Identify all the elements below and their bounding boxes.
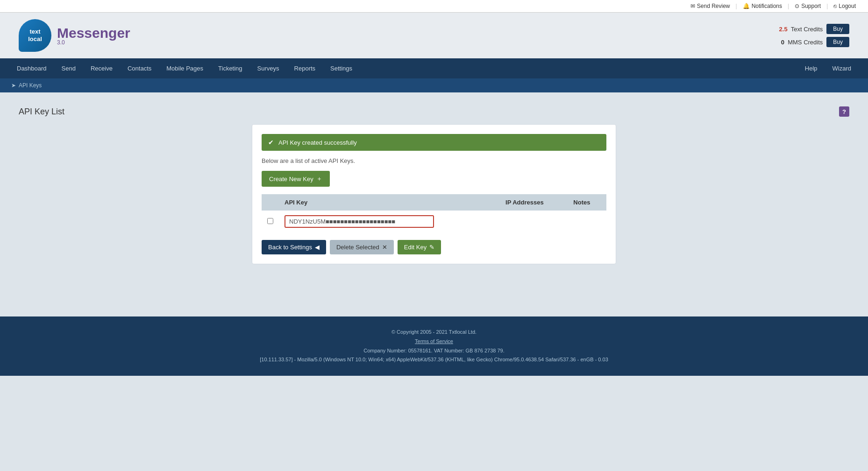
nav-item-surveys[interactable]: Surveys (250, 58, 287, 78)
app-title-area: Messenger 3.0 (57, 25, 130, 46)
table-col-api-key: API Key (279, 194, 500, 211)
breadcrumb-bar: ➤ API Keys (0, 78, 868, 92)
main-content: API Key List ? ✔ API Key created success… (0, 92, 868, 279)
page-title-row: API Key List ? (19, 106, 849, 117)
row-checkbox-cell (262, 211, 279, 232)
bell-icon: 🔔 (743, 3, 750, 9)
table-col-ip-addresses: IP Addresses (500, 194, 568, 211)
notifications-link[interactable]: 🔔 Notifications (738, 3, 787, 9)
table-row (262, 211, 606, 232)
breadcrumb: API Keys (19, 82, 42, 89)
footer: © Copyright 2005 - 2021 Txtlocal Ltd. Te… (0, 316, 868, 376)
breadcrumb-arrow-icon: ➤ (11, 82, 16, 89)
active-keys-subtext: Below are a list of active API Keys. (262, 157, 606, 164)
separator-2: | (788, 3, 789, 9)
edit-key-button[interactable]: Edit Key ✎ (398, 240, 441, 254)
logout-icon: ⎋ (833, 3, 837, 9)
delete-label: Delete Selected (336, 244, 379, 251)
top-bar: ✉ Send Review | 🔔 Notifications | ⊙ Supp… (0, 0, 868, 13)
terms-of-service-link[interactable]: Terms of Service (415, 338, 453, 344)
nav-item-wizard[interactable]: Wizard (825, 58, 859, 78)
header: text local Messenger 3.0 2.5 Text Credit… (0, 13, 868, 58)
help-icon[interactable]: ? (839, 106, 849, 117)
success-alert: ✔ API Key created successfully (262, 134, 606, 151)
buy-mms-credits-button[interactable]: Buy (826, 37, 849, 47)
nav-item-contacts[interactable]: Contacts (120, 58, 159, 78)
nav-item-receive[interactable]: Receive (83, 58, 120, 78)
footer-company: Company Number: 05578161. VAT Number: GB… (9, 346, 859, 356)
nav-item-dashboard[interactable]: Dashboard (9, 58, 54, 78)
text-credits-label: 2.5 Text Credits (779, 26, 823, 33)
plus-icon: ＋ (316, 175, 322, 183)
back-label: Back to Settings (268, 244, 312, 251)
nav-item-help[interactable]: Help (797, 58, 825, 78)
page-title: API Key List (19, 107, 64, 117)
success-message: API Key created successfully (278, 139, 357, 146)
table-header-checkbox (262, 194, 279, 211)
edit-label: Edit Key (404, 244, 427, 251)
text-credits-row: 2.5 Text Credits Buy (779, 24, 849, 34)
credits-area: 2.5 Text Credits Buy 0 MMS Credits Buy (779, 24, 849, 47)
api-keys-table: API Key IP Addresses Notes (262, 194, 606, 232)
back-to-settings-button[interactable]: Back to Settings ◀ (262, 240, 326, 254)
support-icon: ⊙ (795, 3, 799, 9)
email-icon: ✉ (690, 3, 695, 9)
ip-addresses-cell (500, 211, 568, 232)
nav-bar: Dashboard Send Receive Contacts Mobile P… (0, 58, 868, 78)
separator-3: | (826, 3, 828, 9)
mms-credits-label: 0 MMS Credits (781, 39, 823, 46)
nav-item-settings[interactable]: Settings (323, 58, 360, 78)
logout-link[interactable]: ⎋ Logout (829, 3, 861, 9)
footer-browser: [10.111.33.57] - Mozilla/5.0 (Windows NT… (9, 355, 859, 365)
footer-tos: Terms of Service (9, 337, 859, 346)
support-link[interactable]: ⊙ Support (790, 3, 825, 9)
create-key-label: Create New Key (269, 176, 313, 183)
table-col-notes: Notes (568, 194, 606, 211)
checkmark-icon: ✔ (268, 139, 274, 146)
nav-item-mobile-pages[interactable]: Mobile Pages (159, 58, 211, 78)
api-key-cell (279, 211, 500, 232)
nav-item-reports[interactable]: Reports (287, 58, 323, 78)
api-key-card: ✔ API Key created successfully Below are… (252, 124, 616, 264)
pencil-icon: ✎ (429, 244, 434, 251)
create-new-key-button[interactable]: Create New Key ＋ (262, 171, 330, 187)
logo-bubble-text: text local (28, 28, 42, 42)
logo-area: text local Messenger 3.0 (19, 19, 130, 52)
api-key-input[interactable] (285, 215, 434, 228)
nav-item-ticketing[interactable]: Ticketing (211, 58, 250, 78)
app-name: Messenger (57, 25, 130, 41)
times-icon: ✕ (382, 244, 387, 251)
table-header-row: API Key IP Addresses Notes (262, 194, 606, 211)
footer-copyright: © Copyright 2005 - 2021 Txtlocal Ltd. (9, 328, 859, 337)
separator-1: | (736, 3, 737, 9)
nav-item-send[interactable]: Send (54, 58, 83, 78)
row-checkbox[interactable] (267, 218, 273, 224)
logo-bubble: text local (19, 19, 51, 52)
action-buttons-row: Back to Settings ◀ Delete Selected ✕ Edi… (262, 240, 606, 254)
notes-cell (568, 211, 606, 232)
buy-text-credits-button[interactable]: Buy (826, 24, 849, 34)
mms-credits-row: 0 MMS Credits Buy (781, 37, 849, 47)
delete-selected-button[interactable]: Delete Selected ✕ (330, 240, 394, 254)
send-review-link[interactable]: ✉ Send Review (686, 3, 735, 9)
chevron-left-icon: ◀ (315, 244, 320, 251)
